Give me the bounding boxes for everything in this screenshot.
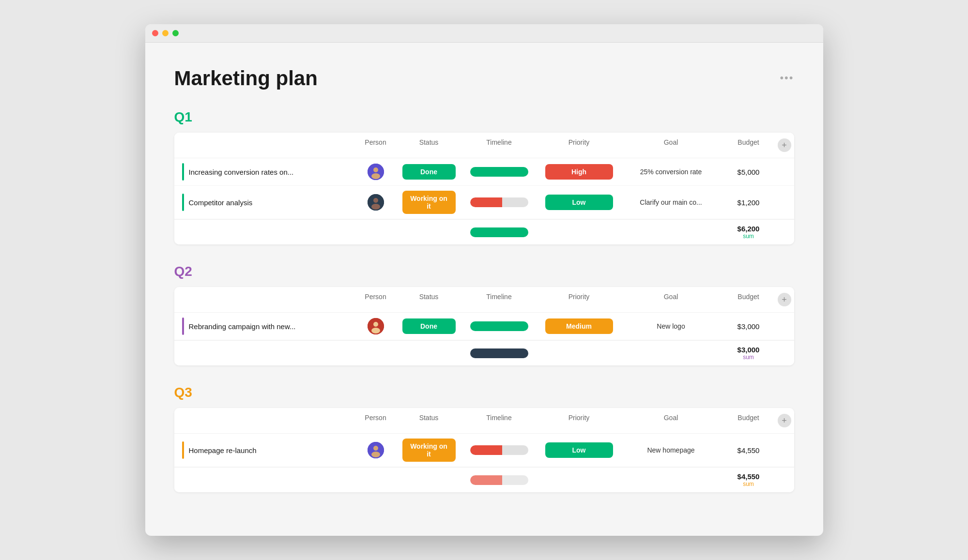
status-badge[interactable]: Working on it [402, 439, 456, 462]
sum-amount: $6,200 [720, 225, 778, 233]
status-cell[interactable]: Working on it [395, 439, 463, 462]
person-cell [356, 318, 395, 334]
table-row: Rebranding campaign with new... Done [174, 313, 794, 340]
goal-cell: New homepage [623, 446, 720, 454]
priority-cell[interactable]: Low [536, 442, 623, 458]
task-name: Competitor analysis [189, 198, 253, 207]
task-name: Rebranding campaign with new... [189, 322, 296, 331]
close-button[interactable] [152, 30, 158, 36]
sum-row-q3: $4,550 sum [174, 467, 794, 492]
add-column-button[interactable]: + [778, 138, 791, 152]
status-badge[interactable]: Working on it [402, 191, 456, 214]
timeline-cell [463, 167, 536, 177]
section-title-q3: Q3 [174, 385, 192, 400]
row-name-cell: Rebranding campaign with new... [182, 318, 356, 335]
svg-point-11 [371, 452, 380, 457]
table-header-q2: Person Status Timeline Priority Goal Bud… [174, 287, 794, 313]
priority-badge[interactable]: Low [545, 195, 613, 210]
task-name: Homepage re-launch [189, 446, 257, 454]
svg-point-7 [373, 322, 378, 327]
titlebar [145, 24, 823, 43]
priority-cell[interactable]: Medium [536, 318, 623, 334]
budget-cell: $5,000 [720, 168, 778, 176]
svg-point-8 [371, 328, 380, 333]
col-timeline: Timeline [463, 138, 536, 152]
svg-point-10 [373, 446, 378, 451]
status-cell[interactable]: Done [395, 318, 463, 334]
add-column-button[interactable]: + [778, 293, 791, 306]
col-person: Person [356, 293, 395, 306]
col-priority: Priority [536, 293, 623, 306]
col-goal: Goal [623, 414, 720, 427]
page-title: Marketing plan [174, 67, 318, 90]
col-status: Status [395, 414, 463, 427]
table-row: Homepage re-launch Working on it [174, 434, 794, 467]
status-badge[interactable]: Done [402, 164, 456, 180]
priority-badge[interactable]: Medium [545, 318, 613, 334]
avatar [368, 194, 384, 211]
svg-point-4 [373, 198, 378, 203]
table-q2: Person Status Timeline Priority Goal Bud… [174, 287, 794, 365]
col-budget: Budget [720, 293, 778, 306]
row-accent [182, 163, 184, 181]
col-status: Status [395, 293, 463, 306]
col-name [182, 293, 356, 306]
svg-point-1 [373, 167, 378, 172]
sum-timeline-bar [470, 227, 528, 237]
row-name-cell: Increasing conversion rates on... [182, 163, 356, 181]
person-cell [356, 164, 395, 180]
avatar [368, 164, 384, 180]
task-name: Increasing conversion rates on... [189, 168, 294, 176]
minimize-button[interactable] [162, 30, 169, 36]
col-budget: Budget [720, 138, 778, 152]
sum-budget-cell: $4,550 sum [720, 472, 778, 487]
row-accent [182, 318, 184, 335]
section-header-q3: Q3 [174, 385, 794, 400]
budget-cell: $4,550 [720, 446, 778, 454]
priority-badge[interactable]: High [545, 164, 613, 180]
sum-label: sum [720, 481, 778, 487]
sum-timeline [463, 348, 536, 358]
timeline-bar [470, 321, 528, 331]
sum-label: sum [720, 233, 778, 240]
col-timeline: Timeline [463, 414, 536, 427]
status-cell[interactable]: Working on it [395, 191, 463, 214]
section-q1: Q1 Person Status Timeline Priority Goal … [174, 109, 794, 244]
timeline-bar [470, 445, 528, 455]
timeline-cell [463, 445, 536, 455]
col-priority: Priority [536, 414, 623, 427]
goal-cell: New logo [623, 322, 720, 330]
person-cell [356, 194, 395, 211]
person-cell [356, 442, 395, 458]
col-status: Status [395, 138, 463, 152]
sum-timeline-bar-dark [470, 348, 528, 358]
col-budget: Budget [720, 414, 778, 427]
priority-cell[interactable]: Low [536, 195, 623, 210]
more-options-button[interactable]: ••• [780, 72, 794, 84]
sum-timeline-bar [470, 475, 528, 485]
add-column-button[interactable]: + [778, 414, 791, 427]
avatar [368, 318, 384, 334]
table-row: Increasing conversion rates on... Don [174, 158, 794, 186]
page-header: Marketing plan ••• [174, 67, 794, 90]
col-add: + [778, 414, 794, 427]
maximize-button[interactable] [172, 30, 179, 36]
status-badge[interactable]: Done [402, 318, 456, 334]
section-header-q1: Q1 [174, 109, 794, 125]
sum-budget-cell: $6,200 sum [720, 225, 778, 240]
avatar [368, 442, 384, 458]
row-accent [182, 194, 184, 211]
section-q2: Q2 Person Status Timeline Priority Goal … [174, 264, 794, 365]
sum-row-q1: $6,200 sum [174, 219, 794, 244]
timeline-bar [470, 197, 528, 207]
status-cell[interactable]: Done [395, 164, 463, 180]
section-title-q1: Q1 [174, 109, 192, 125]
priority-badge[interactable]: Low [545, 442, 613, 458]
table-q3: Person Status Timeline Priority Goal Bud… [174, 408, 794, 492]
traffic-lights [152, 30, 179, 36]
col-goal: Goal [623, 138, 720, 152]
priority-cell[interactable]: High [536, 164, 623, 180]
col-name [182, 138, 356, 152]
timeline-cell [463, 197, 536, 207]
goal-cell: Clarify our main co... [623, 198, 720, 206]
